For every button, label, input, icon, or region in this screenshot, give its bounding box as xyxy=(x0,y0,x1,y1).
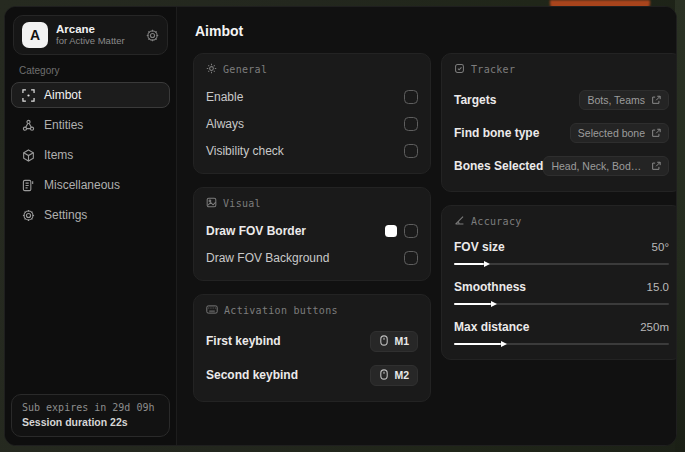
general-card: General Enable Always Visibility check xyxy=(193,53,431,174)
expand-icon xyxy=(651,161,661,171)
tracker-card-header: Tracker xyxy=(454,63,669,76)
activation-card-title: Activation buttons xyxy=(224,305,338,316)
max-distance-slider[interactable] xyxy=(454,340,669,348)
always-checkbox[interactable] xyxy=(404,117,418,131)
draw-fov-background-checkbox[interactable] xyxy=(404,251,418,265)
setting-row: Bones Selected Head, Neck, Body, Pe… xyxy=(454,151,669,180)
slider-handle[interactable] xyxy=(454,303,491,305)
tracker-card-title: Tracker xyxy=(471,64,515,75)
sidebar-item-label: Miscellaneous xyxy=(44,178,120,192)
keybind-value: M2 xyxy=(394,369,409,381)
sidebar-item-label: Entities xyxy=(44,118,83,132)
slider-handle[interactable] xyxy=(454,263,484,265)
setting-label: First keybind xyxy=(206,334,281,348)
brand-text: Arcane for Active Matter xyxy=(56,23,138,47)
smoothness-value: 15.0 xyxy=(647,281,669,293)
sidebar-item-settings[interactable]: Settings xyxy=(11,202,170,228)
setting-label: Find bone type xyxy=(454,126,539,140)
app-logo: A xyxy=(22,22,48,48)
setting-label: Visibility check xyxy=(206,144,284,158)
setting-label: FOV size xyxy=(454,240,505,254)
accuracy-card-title: Accuracy xyxy=(471,216,522,227)
bones-selected-select-value: Head, Neck, Body, Pe… xyxy=(551,160,645,172)
expand-icon xyxy=(651,95,661,105)
gear-icon[interactable] xyxy=(146,29,159,42)
category-label: Category xyxy=(19,65,162,76)
accuracy-card: Accuracy FOV size 50° xyxy=(441,205,677,360)
visual-card-header: Visual xyxy=(206,197,418,210)
setting-row: Visibility check xyxy=(206,139,418,162)
tracker-target-icon xyxy=(454,63,465,76)
smoothness-group: Smoothness 15.0 xyxy=(454,277,669,308)
first-keybind-button[interactable]: M1 xyxy=(370,331,418,352)
app-logo-letter: A xyxy=(30,27,40,43)
max-distance-group: Max distance 250m xyxy=(454,317,669,348)
enable-checkbox[interactable] xyxy=(404,90,418,104)
sidebar-item-label: Items xyxy=(44,148,73,162)
settings-columns: General Enable Always Visibility check xyxy=(193,53,677,402)
activation-card: Activation buttons First keybind M1 xyxy=(193,294,431,402)
targets-select-value: Bots, Teams xyxy=(587,94,645,106)
fov-size-value: 50° xyxy=(652,241,669,253)
setting-label: Enable xyxy=(206,90,243,104)
image-icon xyxy=(206,197,217,210)
sidebar-item-miscellaneous[interactable]: Miscellaneous xyxy=(11,172,170,198)
sidebar-item-entities[interactable]: Entities xyxy=(11,112,170,138)
setting-row: Find bone type Selected bone xyxy=(454,118,669,147)
draw-fov-border-checkbox[interactable] xyxy=(404,224,418,238)
settings-gear-icon xyxy=(22,209,35,222)
setting-row: First keybind M1 xyxy=(206,326,418,356)
sidebar-item-items[interactable]: Items xyxy=(11,142,170,168)
slider-handle[interactable] xyxy=(454,343,501,345)
list-layout-icon xyxy=(22,179,35,192)
sidebar-nav: Aimbot Entities Items xyxy=(5,82,176,228)
sidebar-item-label: Aimbot xyxy=(44,88,81,102)
brand-subtitle: for Active Matter xyxy=(56,36,138,47)
tracker-card: Tracker Targets Bots, Teams xyxy=(441,53,677,192)
crosshair-scan-icon xyxy=(22,89,35,102)
smoothness-slider[interactable] xyxy=(454,300,669,308)
brand-card: A Arcane for Active Matter xyxy=(13,15,168,55)
find-bone-type-select-value: Selected bone xyxy=(578,127,645,139)
accuracy-card-header: Accuracy xyxy=(454,215,669,228)
setting-row: Second keybind M2 xyxy=(206,360,418,390)
right-column: Tracker Targets Bots, Teams xyxy=(441,53,677,360)
setting-row: Always xyxy=(206,112,418,135)
session-duration-text: Session duration 22s xyxy=(22,416,159,428)
mouse-icon xyxy=(379,335,389,348)
sidebar-item-label: Settings xyxy=(44,208,87,222)
find-bone-type-select[interactable]: Selected bone xyxy=(570,123,669,143)
visibility-check-checkbox[interactable] xyxy=(404,144,418,158)
setting-row: Enable xyxy=(206,85,418,108)
draw-fov-border-color-swatch[interactable] xyxy=(385,225,397,237)
visual-card-title: Visual xyxy=(223,198,261,209)
setting-label: Bones Selected xyxy=(454,159,543,173)
sidebar: A Arcane for Active Matter Category xyxy=(5,7,177,445)
setting-row: Targets Bots, Teams xyxy=(454,85,669,114)
keyboard-icon xyxy=(206,304,218,317)
fov-size-group: FOV size 50° xyxy=(454,237,669,268)
max-distance-value: 250m xyxy=(640,321,669,333)
cube-icon xyxy=(22,149,35,162)
sidebar-item-aimbot[interactable]: Aimbot xyxy=(11,82,170,108)
keybind-value: M1 xyxy=(394,335,409,347)
setting-label: Draw FOV Background xyxy=(206,251,329,265)
targets-select[interactable]: Bots, Teams xyxy=(579,90,669,110)
visual-card: Visual Draw FOV Border Draw FOV Backgrou… xyxy=(193,187,431,281)
setting-label: Second keybind xyxy=(206,368,298,382)
angle-icon xyxy=(454,215,465,228)
setting-label: Smoothness xyxy=(454,280,526,294)
general-gear-icon xyxy=(206,63,217,76)
setting-label: Max distance xyxy=(454,320,529,334)
fov-size-slider[interactable] xyxy=(454,260,669,268)
second-keybind-button[interactable]: M2 xyxy=(370,365,418,386)
setting-label: Always xyxy=(206,117,244,131)
setting-row: Draw FOV Border xyxy=(206,219,418,242)
setting-row: Draw FOV Background xyxy=(206,246,418,269)
setting-label: Targets xyxy=(454,93,496,107)
activation-card-header: Activation buttons xyxy=(206,304,418,317)
app-window: A Arcane for Active Matter Category xyxy=(4,6,677,446)
bones-selected-select[interactable]: Head, Neck, Body, Pe… xyxy=(543,156,669,176)
fov-border-controls xyxy=(385,224,418,238)
entities-network-icon xyxy=(22,119,35,132)
